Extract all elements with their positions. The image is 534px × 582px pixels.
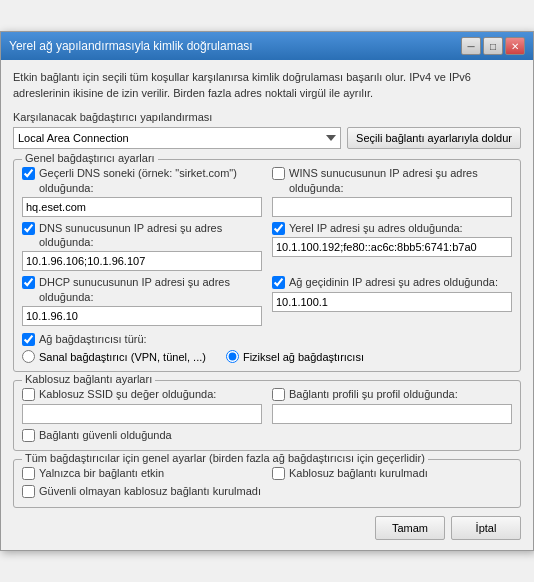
all-adapters-grid: Yalnızca bir bağlantı etkin Kablosuz bağ… (22, 466, 512, 480)
ssid-field: Kablosuz SSID şu değer olduğunda: (22, 387, 262, 423)
dhcp-field: DHCP sunucusunun IP adresi şu adres oldu… (22, 275, 262, 326)
wins-field: WINS sunucusunun IP adresi şu adres oldu… (272, 166, 512, 217)
local-ip-label[interactable]: Yerel IP adresi şu adres olduğunda: (272, 221, 512, 235)
connection-section-label: Karşılanacak bağdaştırıcı yapılandırması (13, 111, 521, 123)
local-ip-input[interactable] (272, 237, 512, 257)
title-bar: Yerel ağ yapılandırmasıyla kimlik doğrul… (1, 32, 533, 60)
fill-button[interactable]: Seçili bağlantı ayarlarıyla doldur (347, 127, 521, 149)
title-bar-controls: ─ □ ✕ (461, 37, 525, 55)
profile-checkbox[interactable] (272, 388, 285, 401)
dns-ip-field: DNS sunucusunun IP adresi şu adres olduğ… (22, 221, 262, 272)
all-adapters-title: Tüm bağdaştırıcılar için genel ayarlar (… (22, 452, 428, 464)
virtual-radio[interactable] (22, 350, 35, 363)
physical-radio-label[interactable]: Fiziksel ağ bağdaştırıcısı (226, 350, 364, 363)
general-group-title: Genel bağdaştırıcı ayarları (22, 152, 158, 164)
wireless-group-title: Kablosuz bağlantı ayarları (22, 373, 155, 385)
dns-suffix-field: Geçerli DNS soneki (örnek: "sirket.com")… (22, 166, 262, 217)
connection-dropdown[interactable]: Local Area Connection (13, 127, 341, 149)
cancel-button[interactable]: İptal (451, 516, 521, 540)
dns-suffix-checkbox[interactable] (22, 167, 35, 180)
ssid-input[interactable] (22, 404, 262, 424)
no-wireless-field: Kablosuz bağlantı kurulmadı (272, 466, 512, 480)
local-ip-checkbox[interactable] (272, 222, 285, 235)
ssid-checkbox[interactable] (22, 388, 35, 401)
profile-field: Bağlantı profili şu profil olduğunda: (272, 387, 512, 423)
ok-button[interactable]: Tamam (375, 516, 445, 540)
no-wireless-label[interactable]: Kablosuz bağlantı kurulmadı (272, 466, 512, 480)
all-adapters-group: Tüm bağdaştırıcılar için genel ayarlar (… (13, 459, 521, 508)
dhcp-label[interactable]: DHCP sunucusunun IP adresi şu adres oldu… (22, 275, 262, 304)
adapter-type-section: Ağ bağdaştırıcısı türü: Sanal bağdaştırı… (22, 332, 512, 363)
gateway-label[interactable]: Ağ geçidinin IP adresi şu adres olduğund… (272, 275, 512, 289)
no-insecure-field: Güvenli olmayan kablosuz bağlantı kurulm… (22, 484, 512, 498)
only-one-field: Yalnızca bir bağlantı etkin (22, 466, 262, 480)
local-ip-field: Yerel IP adresi şu adres olduğunda: (272, 221, 512, 272)
wireless-group: Kablosuz bağlantı ayarları Kablosuz SSID… (13, 380, 521, 451)
connection-row: Local Area Connection Seçili bağlantı ay… (13, 127, 521, 149)
dns-ip-input[interactable] (22, 251, 262, 271)
general-fields-grid: Geçerli DNS soneki (örnek: "sirket.com")… (22, 166, 512, 326)
minimize-button[interactable]: ─ (461, 37, 481, 55)
dhcp-checkbox[interactable] (22, 276, 35, 289)
only-one-label[interactable]: Yalnızca bir bağlantı etkin (22, 466, 262, 480)
button-row: Tamam İptal (13, 516, 521, 540)
dns-suffix-label[interactable]: Geçerli DNS soneki (örnek: "sirket.com")… (22, 166, 262, 195)
wins-checkbox[interactable] (272, 167, 285, 180)
general-group: Genel bağdaştırıcı ayarları Geçerli DNS … (13, 159, 521, 372)
ssid-label[interactable]: Kablosuz SSID şu değer olduğunda: (22, 387, 262, 401)
wins-label[interactable]: WINS sunucusunun IP adresi şu adres oldu… (272, 166, 512, 195)
no-insecure-label[interactable]: Güvenli olmayan kablosuz bağlantı kurulm… (22, 484, 512, 498)
no-insecure-checkbox[interactable] (22, 485, 35, 498)
description-text: Etkin bağlantı için seçili tüm koşullar … (13, 70, 521, 101)
close-button[interactable]: ✕ (505, 37, 525, 55)
gateway-input[interactable] (272, 292, 512, 312)
main-window: Yerel ağ yapılandırmasıyla kimlik doğrul… (0, 31, 534, 550)
profile-input[interactable] (272, 404, 512, 424)
wireless-fields-grid: Kablosuz SSID şu değer olduğunda: Bağlan… (22, 387, 512, 423)
secure-checkbox[interactable] (22, 429, 35, 442)
adapter-type-checkbox[interactable] (22, 333, 35, 346)
virtual-radio-label[interactable]: Sanal bağdaştırıcı (VPN, tünel, ...) (22, 350, 206, 363)
maximize-button[interactable]: □ (483, 37, 503, 55)
wins-input[interactable] (272, 197, 512, 217)
no-wireless-checkbox[interactable] (272, 467, 285, 480)
dialog-content: Etkin bağlantı için seçili tüm koşullar … (1, 60, 533, 549)
profile-label[interactable]: Bağlantı profili şu profil olduğunda: (272, 387, 512, 401)
dns-suffix-input[interactable] (22, 197, 262, 217)
secure-label[interactable]: Bağlantı güvenli olduğunda (22, 428, 512, 442)
window-title: Yerel ağ yapılandırmasıyla kimlik doğrul… (9, 39, 253, 53)
dhcp-input[interactable] (22, 306, 262, 326)
gateway-checkbox[interactable] (272, 276, 285, 289)
adapter-type-label[interactable]: Ağ bağdaştırıcısı türü: (22, 332, 512, 346)
secure-field: Bağlantı güvenli olduğunda (22, 428, 512, 442)
dns-ip-checkbox[interactable] (22, 222, 35, 235)
dns-ip-label[interactable]: DNS sunucusunun IP adresi şu adres olduğ… (22, 221, 262, 250)
only-one-checkbox[interactable] (22, 467, 35, 480)
adapter-type-radios: Sanal bağdaştırıcı (VPN, tünel, ...) Fiz… (22, 350, 512, 363)
physical-radio[interactable] (226, 350, 239, 363)
gateway-field: Ağ geçidinin IP adresi şu adres olduğund… (272, 275, 512, 326)
